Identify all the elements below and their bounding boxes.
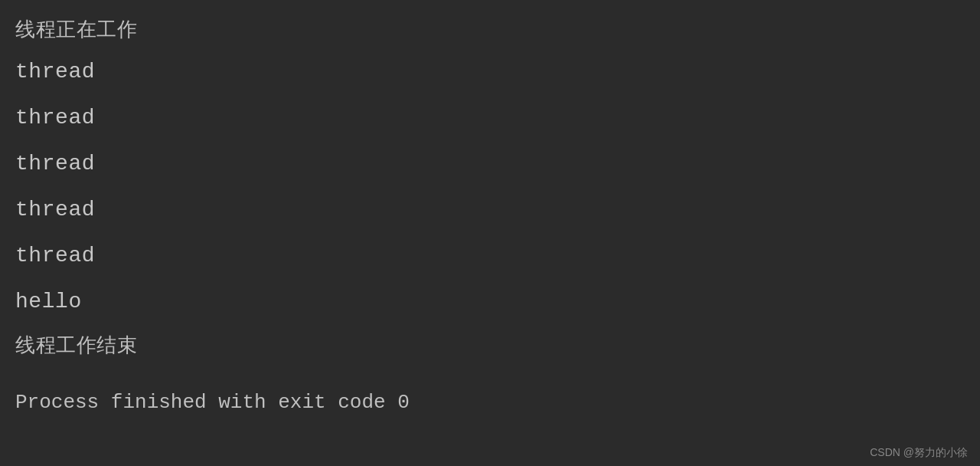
line-thread-4: thread bbox=[15, 187, 965, 233]
line-working-end: 线程工作结束 bbox=[15, 325, 965, 365]
process-exit-line: Process finished with exit code 0 bbox=[15, 383, 965, 422]
line-thread-2: thread bbox=[15, 95, 965, 141]
watermark: CSDN @努力的小徐 bbox=[870, 446, 968, 460]
line-thread-5: thread bbox=[15, 233, 965, 279]
line-working-start: 线程正在工作 bbox=[15, 9, 965, 49]
line-thread-3: thread bbox=[15, 141, 965, 187]
line-hello: hello bbox=[15, 279, 965, 325]
line-thread-1: thread bbox=[15, 49, 965, 95]
terminal-output: 线程正在工作 thread thread thread thread threa… bbox=[0, 0, 980, 431]
